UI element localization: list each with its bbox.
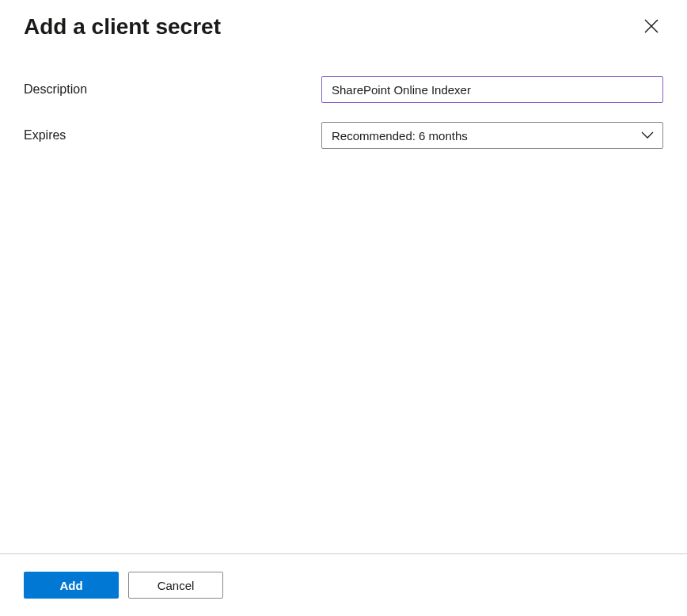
panel-header: Add a client secret [0,0,687,41]
expires-select-value: Recommended: 6 months [332,129,468,143]
expires-label: Expires [24,128,321,143]
expires-row: Expires Recommended: 6 months [24,122,663,149]
panel-footer: Add Cancel [0,553,687,616]
add-button[interactable]: Add [24,572,119,599]
panel-title: Add a client secret [24,14,221,40]
description-row: Description [24,76,663,103]
expires-select-wrap: Recommended: 6 months [321,122,663,149]
form-area: Description Expires Recommended: 6 month… [0,41,687,149]
description-input[interactable] [321,76,663,103]
close-icon [644,19,659,36]
expires-select[interactable]: Recommended: 6 months [321,122,663,149]
cancel-button[interactable]: Cancel [128,572,223,599]
description-label: Description [24,82,321,97]
close-button[interactable] [640,14,663,41]
